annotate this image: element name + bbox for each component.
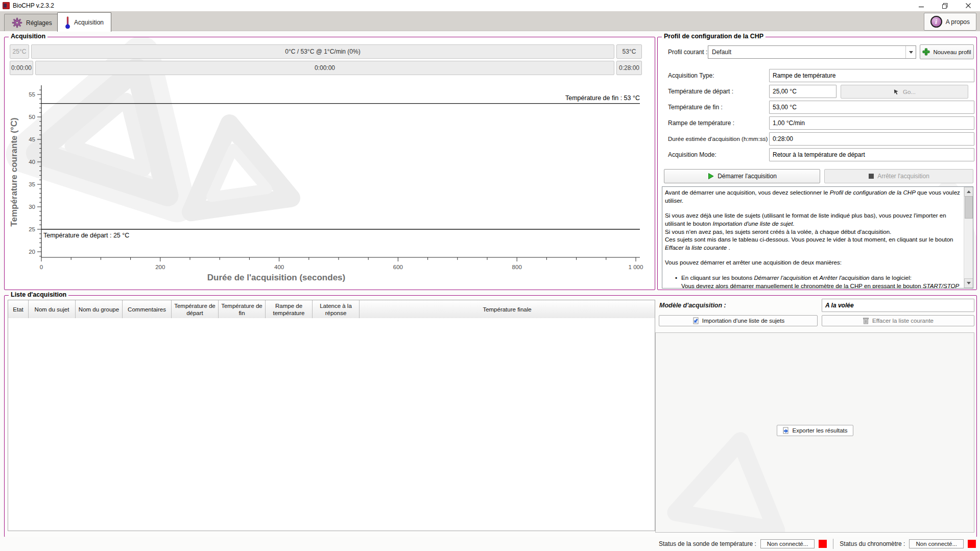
info-icon: i xyxy=(930,16,942,28)
svg-text:40: 40 xyxy=(29,159,35,165)
svg-text:50: 50 xyxy=(29,114,35,120)
modele-acquisition-field[interactable]: A la volée xyxy=(822,299,974,312)
temp-fin-label: Température de fin : xyxy=(668,101,723,114)
profile-group-title: Profil de configuration de la CHP xyxy=(662,33,766,40)
minimize-button[interactable] xyxy=(910,0,933,11)
tab-bar: Réglages Acquisition i A propos xyxy=(0,11,980,31)
trash-icon xyxy=(863,317,869,324)
column-header-latence[interactable]: Latence à la réponse xyxy=(313,300,360,319)
tab-acquisition-label: Acquisition xyxy=(74,19,104,26)
svg-text:20: 20 xyxy=(29,249,35,255)
column-header-nom-sujet[interactable]: Nom du sujet xyxy=(29,300,76,319)
instructions-scrollbar[interactable] xyxy=(964,187,973,288)
nouveau-profil-button[interactable]: Nouveau profil xyxy=(920,44,974,59)
profil-courant-label: Profil courant : xyxy=(668,45,707,59)
acquisition-table-body[interactable] xyxy=(8,318,655,531)
svg-text:Température de départ : 25 °C: Température de départ : 25 °C xyxy=(43,232,129,239)
start-acquisition-button[interactable]: Démarrer l'acquisition xyxy=(664,169,820,183)
duree-estimee-label: Durée estimée d'acquisition (h:mm:ss) : xyxy=(668,132,771,146)
status-separator xyxy=(833,539,833,549)
svg-text:400: 400 xyxy=(274,264,284,270)
chevron-down-icon[interactable] xyxy=(905,46,916,58)
import-list-label: Importation d'une liste de sujets xyxy=(702,318,784,324)
profil-courant-combobox[interactable]: Default xyxy=(708,45,916,59)
svg-text:25: 25 xyxy=(29,226,35,232)
temperature-chart: 202530354045505502004006008001 000Tempér… xyxy=(5,74,655,286)
thermometer-icon xyxy=(65,16,70,29)
total-time-label: 0:28:00 xyxy=(616,61,642,75)
list-group: Liste d'acquisition Etat Nom du sujet No… xyxy=(4,295,977,537)
svg-text:200: 200 xyxy=(155,264,165,270)
acquisition-mode-label: Acquisition Mode: xyxy=(668,148,716,161)
instructions-textarea[interactable]: Avant de démarrer une acquisition, vous … xyxy=(662,186,973,289)
gear-icon xyxy=(12,17,22,28)
cursor-arrow-icon xyxy=(893,88,900,95)
go-button[interactable]: Go... xyxy=(841,85,968,99)
import-icon xyxy=(692,317,699,324)
svg-text:800: 800 xyxy=(512,264,522,270)
go-button-label: Go... xyxy=(903,89,916,95)
modele-acquisition-label: Modèle d'acquisition : xyxy=(659,302,726,309)
import-list-button[interactable]: Importation d'une liste de sujets xyxy=(659,315,818,326)
acquisition-group: Acquisition 25°C 0°C / 53°C @ 1°C/min (0… xyxy=(4,37,655,290)
column-header-temp-depart[interactable]: Température de départ xyxy=(172,300,219,319)
chrono-status-label: Status du chronomètre : xyxy=(840,540,905,547)
scroll-down-icon[interactable] xyxy=(964,278,973,288)
start-acquisition-label: Démarrer l'acquisition xyxy=(718,173,777,180)
tab-acquisition[interactable]: Acquisition xyxy=(57,12,111,32)
rampe-field[interactable]: 1,00 °C/min xyxy=(769,116,974,130)
probe-status-led xyxy=(819,540,827,548)
app-icon xyxy=(3,2,10,9)
nouveau-profil-label: Nouveau profil xyxy=(933,49,971,55)
temp-fin-field[interactable]: 53,00 °C xyxy=(769,101,974,114)
app-window: BioCHP v.2.3.2 xyxy=(0,0,980,551)
status-bar: Status de la sonde de température : Non … xyxy=(0,537,980,551)
acquisition-mode-field[interactable]: Retour à la température de départ xyxy=(769,148,974,161)
profile-group: Profil de configuration de la CHP Profil… xyxy=(657,37,977,290)
play-icon xyxy=(707,173,714,180)
close-button[interactable] xyxy=(957,0,980,11)
acquisition-type-label: Acquisition Type: xyxy=(668,69,714,82)
acquisition-group-title: Acquisition xyxy=(9,33,47,40)
column-header-etat[interactable]: Etat xyxy=(8,300,29,319)
temp-depart-label: Température de départ : xyxy=(668,85,733,98)
column-header-temp-finale[interactable]: Température finale xyxy=(360,300,655,319)
title-bar: BioCHP v.2.3.2 xyxy=(0,0,980,12)
rampe-label: Rampe de température : xyxy=(668,116,734,130)
column-header-rampe[interactable]: Rampe de température xyxy=(266,300,313,319)
elapsed-time-label: 0:00:00 xyxy=(10,61,33,75)
scroll-up-icon[interactable] xyxy=(964,187,973,197)
stop-acquisition-label: Arrêter l'acquisition xyxy=(877,173,929,180)
chrono-status-value: Non connecté... xyxy=(909,539,964,548)
scrollbar-thumb[interactable] xyxy=(965,196,973,219)
restore-button[interactable] xyxy=(933,0,957,11)
duree-estimee-field[interactable]: 0:28:00 xyxy=(769,132,974,146)
clear-list-label: Effacer la liste courante xyxy=(872,318,934,324)
stop-acquisition-button[interactable]: Arrêter l'acquisition xyxy=(824,169,973,183)
acquisition-table-header: Etat Nom du sujet Nom du groupe Commenta… xyxy=(8,300,655,319)
temperature-progress-bar: 0°C / 53°C @ 1°C/min (0%) xyxy=(31,44,614,59)
svg-text:1 000: 1 000 xyxy=(629,264,643,270)
profil-courant-value: Default xyxy=(708,49,905,56)
svg-text:35: 35 xyxy=(29,181,35,187)
instructions-text: Avant de démarrer une acquisition, vous … xyxy=(665,188,962,289)
svg-text:600: 600 xyxy=(393,264,403,270)
acquisition-type-field[interactable]: Rampe de température xyxy=(769,69,974,82)
start-temp-label: 25°C xyxy=(10,44,29,59)
tab-reglages[interactable]: Réglages xyxy=(4,14,60,31)
temp-depart-field[interactable]: 25,00 °C xyxy=(769,85,836,98)
column-header-temp-fin[interactable]: Température de fin xyxy=(219,300,266,319)
column-header-commentaires[interactable]: Commentaires xyxy=(123,300,172,319)
svg-text:55: 55 xyxy=(29,91,35,98)
export-results-button[interactable]: Exporter les résultats xyxy=(776,425,853,436)
window-title: BioCHP v.2.3.2 xyxy=(13,2,54,9)
clear-list-button[interactable]: Effacer la liste courante xyxy=(822,315,974,326)
svg-text:0: 0 xyxy=(40,264,43,270)
plus-icon xyxy=(922,48,930,56)
about-button[interactable]: i A propos xyxy=(924,13,976,31)
about-button-label: A propos xyxy=(946,18,970,26)
column-header-nom-groupe[interactable]: Nom du groupe xyxy=(76,300,123,319)
end-temp-label: 53°C xyxy=(616,44,642,59)
svg-text:45: 45 xyxy=(29,136,35,142)
temperature-progress-text: 0°C / 53°C @ 1°C/min (0%) xyxy=(285,48,360,55)
